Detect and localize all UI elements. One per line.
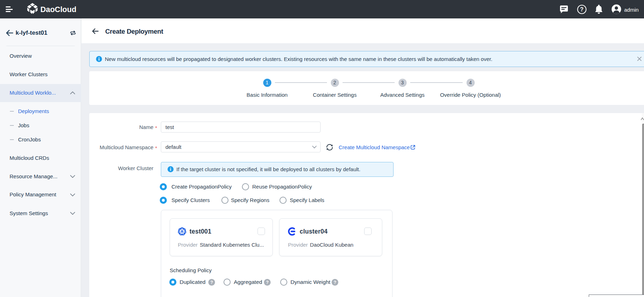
svg-text:?: ?: [580, 6, 584, 12]
svg-text:?: ?: [210, 280, 213, 285]
svg-text:?: ?: [334, 280, 337, 285]
svg-text:?: ?: [266, 280, 269, 285]
